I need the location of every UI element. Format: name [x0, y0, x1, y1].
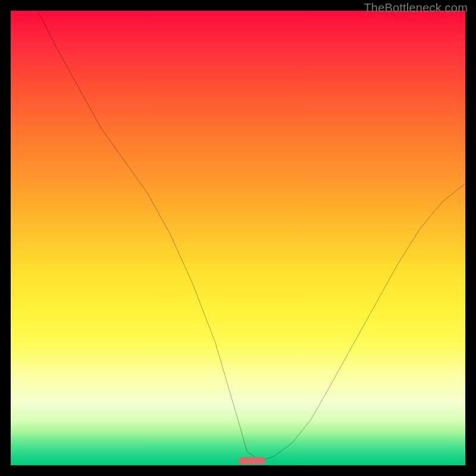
plot-area: [11, 11, 465, 465]
optimal-marker: [238, 457, 265, 464]
watermark-text: TheBottleneck.com: [364, 1, 468, 15]
chart-container: TheBottleneck.com: [0, 0, 476, 476]
curve-layer: [11, 11, 465, 465]
bottleneck-curve: [38, 11, 465, 461]
